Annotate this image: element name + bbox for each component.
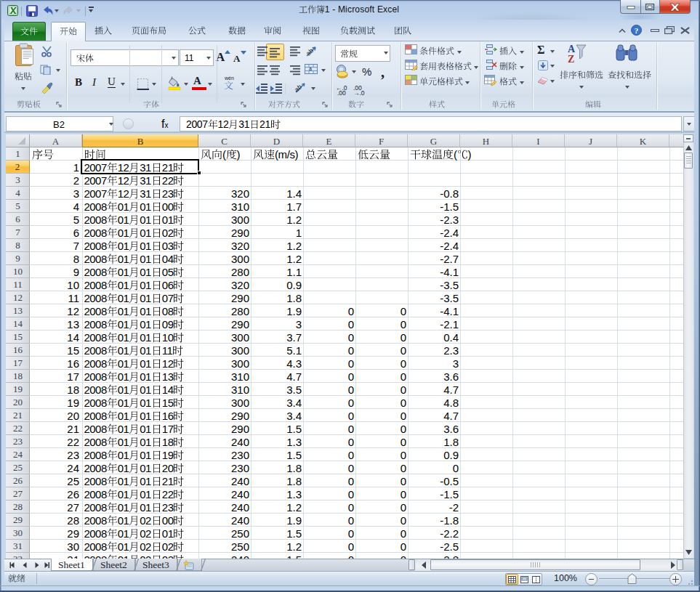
svg-text:.00: .00 xyxy=(337,89,346,95)
svg-text:a: a xyxy=(309,66,312,71)
svg-text:→.0: →.0 xyxy=(353,89,365,95)
svg-text:ab: ab xyxy=(294,84,303,94)
svg-text:Z: Z xyxy=(568,54,574,64)
svg-text:?: ? xyxy=(635,26,639,35)
svg-text:A: A xyxy=(568,44,576,54)
